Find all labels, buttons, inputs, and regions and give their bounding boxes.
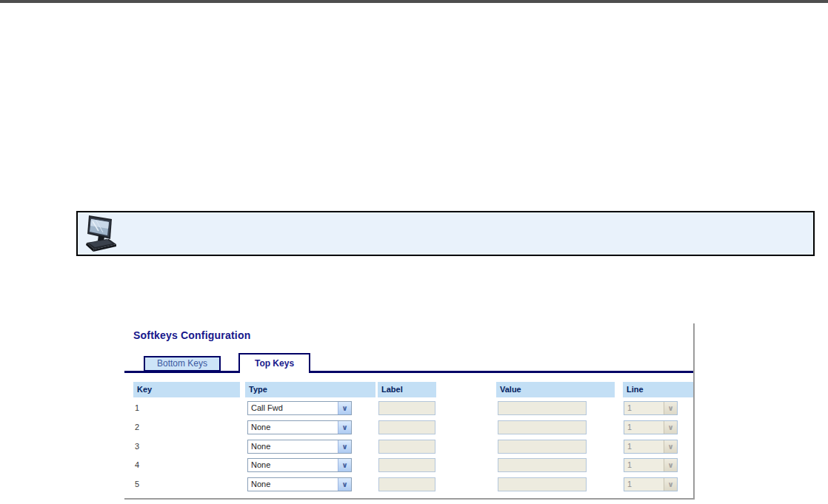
chevron-down-icon: ∨	[338, 478, 351, 491]
type-select[interactable]: None ∨	[247, 477, 352, 491]
table-row: 3 None ∨ 1 ∨	[124, 440, 693, 454]
line-select: 1 ∨	[624, 420, 678, 434]
line-select: 1 ∨	[624, 458, 678, 472]
label-input	[378, 420, 435, 434]
type-select-value: None	[248, 459, 338, 471]
tab-underline	[124, 371, 693, 373]
computer-icon	[84, 215, 122, 253]
chevron-down-icon: ∨	[664, 421, 677, 434]
column-header-line: Line	[623, 382, 693, 397]
key-number: 1	[135, 401, 157, 415]
column-header-value: Value	[496, 382, 615, 397]
value-input	[498, 420, 587, 434]
chevron-down-icon: ∨	[338, 402, 351, 414]
table-row: 2 None ∨ 1 ∨	[124, 420, 693, 434]
chevron-down-icon: ∨	[664, 478, 677, 491]
page-title: Softkeys Configuration	[133, 329, 250, 341]
line-select-value: 1	[624, 459, 664, 471]
value-input	[498, 401, 587, 415]
column-header-type: Type	[245, 382, 375, 397]
line-select-value: 1	[624, 421, 664, 434]
column-header-key: Key	[133, 382, 240, 397]
softkeys-configuration-panel: Softkeys Configuration Bottom Keys Top K…	[124, 323, 695, 500]
label-input	[378, 477, 435, 491]
label-input	[378, 401, 435, 415]
page-top-bar	[0, 0, 828, 3]
chevron-down-icon: ∨	[664, 402, 677, 414]
note-box	[76, 211, 815, 256]
line-select: 1 ∨	[624, 440, 678, 454]
line-select-value: 1	[624, 440, 664, 453]
type-select-value: Call Fwd	[248, 402, 338, 414]
tab-top-keys[interactable]: Top Keys	[238, 353, 310, 373]
chevron-down-icon: ∨	[338, 440, 351, 453]
tab-bottom-keys[interactable]: Bottom Keys	[144, 356, 221, 372]
chevron-down-icon: ∨	[664, 440, 677, 453]
line-select-value: 1	[624, 402, 664, 414]
table-row: 5 None ∨ 1 ∨	[124, 477, 693, 491]
type-select[interactable]: None ∨	[247, 458, 352, 472]
type-select-value: None	[248, 421, 338, 434]
chevron-down-icon: ∨	[664, 459, 677, 471]
type-select[interactable]: Call Fwd ∨	[247, 401, 352, 415]
label-input	[378, 440, 435, 454]
chevron-down-icon: ∨	[338, 459, 351, 471]
chevron-down-icon: ∨	[338, 421, 351, 434]
line-select-value: 1	[624, 478, 664, 491]
key-number: 2	[135, 420, 157, 434]
value-input	[498, 440, 587, 454]
label-input	[378, 458, 435, 472]
line-select: 1 ∨	[624, 401, 678, 415]
table-row: 1 Call Fwd ∨ 1 ∨	[124, 401, 693, 415]
type-select[interactable]: None ∨	[247, 420, 352, 434]
type-select[interactable]: None ∨	[247, 440, 352, 454]
type-select-value: None	[248, 478, 338, 491]
column-header-label: Label	[378, 382, 436, 397]
line-select: 1 ∨	[624, 477, 678, 491]
key-number: 5	[135, 477, 157, 491]
key-number: 3	[135, 440, 157, 454]
table-row: 4 None ∨ 1 ∨	[124, 458, 693, 472]
value-input	[498, 477, 587, 491]
value-input	[498, 458, 587, 472]
type-select-value: None	[248, 440, 338, 453]
key-number: 4	[135, 458, 157, 472]
